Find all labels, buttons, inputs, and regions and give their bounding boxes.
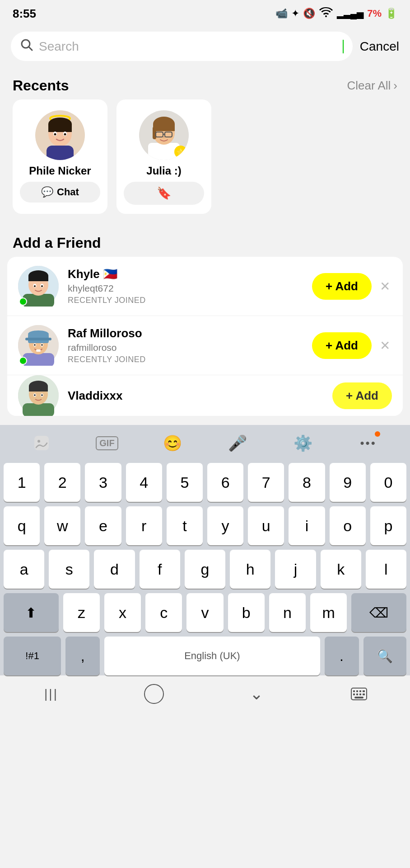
recents-button[interactable]: ⌄ bbox=[238, 680, 275, 708]
recent-card-phile[interactable]: Phile Nicker 💬 Chat bbox=[13, 99, 107, 214]
avatar-khyle bbox=[18, 266, 59, 307]
main-content: Recents Clear All › bbox=[0, 66, 410, 425]
add-button-khyle[interactable]: + Add bbox=[312, 273, 372, 300]
battery-symbol: 🔋 bbox=[385, 8, 397, 19]
cancel-button[interactable]: Cancel bbox=[360, 39, 399, 54]
number-row: 1 2 3 4 5 6 7 8 9 0 bbox=[0, 463, 410, 502]
keyboard-toggle-button[interactable] bbox=[341, 680, 377, 708]
avatar-phile bbox=[35, 110, 85, 160]
key-6[interactable]: 6 bbox=[207, 463, 243, 502]
key-m[interactable]: m bbox=[310, 593, 347, 632]
friend-info-vlad: Vladdixxx bbox=[68, 389, 323, 403]
svg-rect-36 bbox=[25, 338, 51, 340]
add-friend-header: Add a Friend bbox=[0, 227, 410, 257]
key-k[interactable]: k bbox=[321, 550, 361, 589]
key-1[interactable]: 1 bbox=[4, 463, 40, 502]
back-button[interactable]: ||| bbox=[33, 680, 70, 708]
key-b[interactable]: b bbox=[228, 593, 265, 632]
clear-all-button[interactable]: Clear All › bbox=[347, 79, 398, 93]
key-d[interactable]: d bbox=[94, 550, 135, 589]
avatar-julia: ⭐ bbox=[139, 110, 189, 160]
key-p[interactable]: p bbox=[370, 506, 406, 545]
key-n[interactable]: n bbox=[269, 593, 306, 632]
svg-rect-56 bbox=[359, 690, 361, 692]
friend-item-raf: Raf Milloroso rafmilloroso RECENTLY JOIN… bbox=[7, 316, 403, 375]
dismiss-button-raf[interactable]: ✕ bbox=[378, 336, 392, 355]
star-badge-julia: ⭐ bbox=[174, 146, 187, 158]
svg-rect-23 bbox=[23, 294, 54, 307]
search-key[interactable]: 🔍 bbox=[363, 637, 406, 675]
key-8[interactable]: 8 bbox=[289, 463, 325, 502]
back-icon: ||| bbox=[44, 687, 58, 701]
period-key[interactable]: . bbox=[325, 637, 359, 675]
key-l[interactable]: l bbox=[366, 550, 406, 589]
status-bar: 8:55 📹 ✦ 🔇 ▂▃▄▅ 7% 🔋 bbox=[0, 0, 410, 27]
key-5[interactable]: 5 bbox=[167, 463, 203, 502]
avatar-raf bbox=[18, 325, 59, 366]
svg-rect-46 bbox=[29, 386, 48, 392]
bookmark-button-julia[interactable]: 🔖 bbox=[124, 182, 204, 205]
home-button[interactable] bbox=[136, 680, 172, 708]
key-f[interactable]: f bbox=[140, 550, 180, 589]
key-z[interactable]: z bbox=[63, 593, 100, 632]
key-2[interactable]: 2 bbox=[44, 463, 80, 502]
search-box[interactable]: Search bbox=[11, 32, 353, 61]
svg-point-9 bbox=[54, 133, 56, 136]
shift-key[interactable]: ⬆ bbox=[4, 593, 59, 632]
key-t[interactable]: t bbox=[167, 506, 203, 545]
key-g[interactable]: g bbox=[185, 550, 225, 589]
key-3[interactable]: 3 bbox=[85, 463, 121, 502]
recent-card-julia[interactable]: ⭐ Julia :) 🔖 bbox=[116, 99, 211, 214]
symbols-key[interactable]: !#1 bbox=[4, 637, 61, 675]
svg-point-29 bbox=[34, 285, 36, 287]
key-c[interactable]: c bbox=[145, 593, 182, 632]
key-v[interactable]: v bbox=[186, 593, 223, 632]
friend-info-khyle: Khyle 🇵🇭 khyleqt672 RECENTLY JOINED bbox=[68, 267, 303, 305]
chat-button-phile[interactable]: 💬 Chat bbox=[20, 182, 100, 203]
key-a[interactable]: a bbox=[4, 550, 44, 589]
key-r[interactable]: r bbox=[126, 506, 162, 545]
friend-tag-khyle: RECENTLY JOINED bbox=[68, 296, 303, 305]
signal-bars: ▂▃▄▅ bbox=[337, 8, 363, 19]
mic-button[interactable]: 🎤 bbox=[224, 429, 251, 457]
emoji-button[interactable]: 😊 bbox=[159, 429, 186, 457]
delete-key[interactable]: ⌫ bbox=[351, 593, 406, 632]
key-j[interactable]: j bbox=[275, 550, 316, 589]
camera-icon: 📹 bbox=[275, 8, 288, 19]
key-y[interactable]: y bbox=[207, 506, 243, 545]
key-e[interactable]: e bbox=[85, 506, 121, 545]
key-h[interactable]: h bbox=[230, 550, 270, 589]
gif-button[interactable]: GIF bbox=[93, 429, 121, 457]
key-w[interactable]: w bbox=[44, 506, 80, 545]
svg-rect-59 bbox=[356, 693, 358, 695]
key-q[interactable]: q bbox=[4, 506, 40, 545]
key-u[interactable]: u bbox=[248, 506, 284, 545]
key-9[interactable]: 9 bbox=[330, 463, 366, 502]
bottom-row: !#1 , English (UK) . 🔍 bbox=[0, 637, 410, 675]
emoji-icon: 😊 bbox=[163, 434, 182, 452]
key-x[interactable]: x bbox=[104, 593, 141, 632]
more-button[interactable]: ••• bbox=[355, 429, 382, 457]
gif-label: GIF bbox=[96, 436, 118, 450]
space-key[interactable]: English (UK) bbox=[104, 637, 320, 675]
add-button-vlad[interactable]: + Add bbox=[332, 382, 392, 409]
key-s[interactable]: s bbox=[49, 550, 89, 589]
add-button-raf[interactable]: + Add bbox=[312, 332, 372, 359]
friend-actions-khyle: + Add ✕ bbox=[312, 273, 392, 300]
settings-button[interactable]: ⚙️ bbox=[289, 429, 317, 457]
key-7[interactable]: 7 bbox=[248, 463, 284, 502]
svg-rect-11 bbox=[47, 146, 74, 160]
key-o[interactable]: o bbox=[330, 506, 366, 545]
friend-actions-vlad: + Add bbox=[332, 382, 392, 409]
sticker-button[interactable] bbox=[28, 429, 55, 457]
status-icons: 📹 ✦ 🔇 ▂▃▄▅ 7% 🔋 bbox=[275, 7, 397, 20]
key-4[interactable]: 4 bbox=[126, 463, 162, 502]
dismiss-button-khyle[interactable]: ✕ bbox=[378, 277, 392, 296]
key-0[interactable]: 0 bbox=[370, 463, 406, 502]
recents-header: Recents Clear All › bbox=[0, 70, 410, 99]
key-i[interactable]: i bbox=[289, 506, 325, 545]
svg-rect-16 bbox=[153, 124, 175, 131]
friend-name-vlad: Vladdixxx bbox=[68, 389, 323, 403]
comma-key[interactable]: , bbox=[65, 637, 100, 675]
friend-name-khyle: Khyle 🇵🇭 bbox=[68, 267, 303, 281]
